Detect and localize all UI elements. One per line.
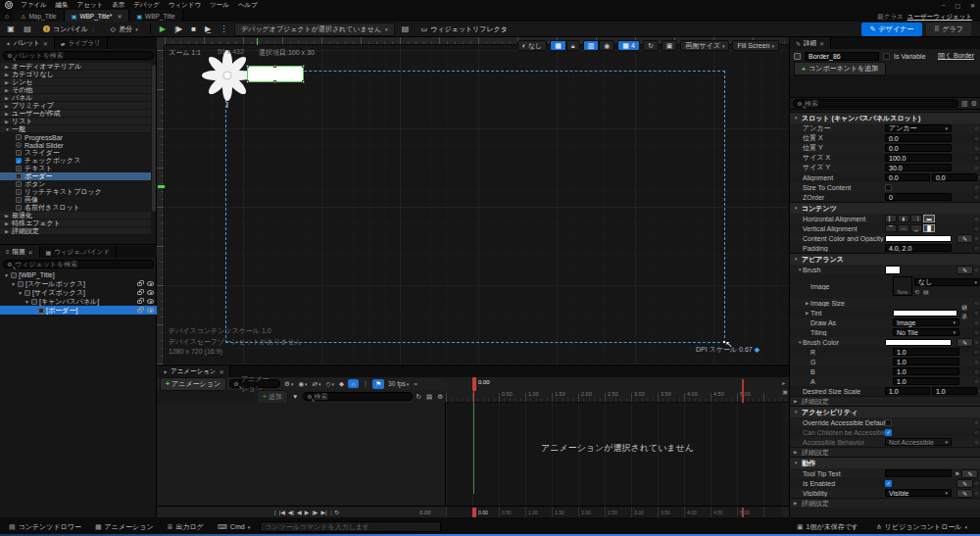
hierarchy-row-4[interactable]: [ボーダー]	[0, 306, 157, 315]
property-checkbox[interactable]	[885, 419, 892, 426]
hierarchy-search-input[interactable]: ウィジェットを検索	[3, 260, 154, 268]
reset-to-default-icon[interactable]	[975, 186, 978, 189]
details-section-header[interactable]: ▼アクセシビリティ	[790, 406, 980, 417]
number-field[interactable]: 30.0	[885, 164, 952, 171]
play-button[interactable]: ▶	[158, 24, 168, 33]
align-button-2[interactable]: ▁	[910, 224, 922, 232]
timeline-ruler[interactable]: 0.501.001.502.002.503.003.504.004.505.00	[446, 377, 789, 403]
content-browser-icon[interactable]: ▤	[22, 24, 33, 34]
eject-button[interactable]: ▶̲	[203, 24, 213, 33]
property-checkbox[interactable]: ✓	[885, 429, 892, 436]
reset-to-default-icon[interactable]	[975, 268, 978, 271]
step-forward-button[interactable]: |▶	[312, 509, 318, 515]
reset-to-default-icon[interactable]	[975, 312, 978, 315]
jump-to-end-button[interactable]: ▶|	[320, 509, 326, 515]
playhead-grip[interactable]	[472, 377, 476, 391]
number-field[interactable]: 1.0	[893, 358, 959, 365]
tooltip-text-field[interactable]	[885, 469, 952, 477]
is-variable-checkbox[interactable]	[883, 53, 890, 60]
lock-icon[interactable]: 🔒︎	[566, 40, 580, 51]
open-border-link[interactable]: 開く Border	[938, 51, 976, 61]
visibility-eye-icon[interactable]	[147, 299, 154, 304]
tab-close-icon[interactable]: ✕	[117, 13, 122, 20]
tab-hierarchy[interactable]: ≡ 階層 ✕	[0, 246, 40, 258]
image-thumbnail[interactable]: None	[893, 276, 912, 296]
details-settings-icon[interactable]: ⚙	[971, 100, 977, 108]
reset-to-default-icon[interactable]	[975, 247, 978, 250]
browse-icon[interactable]: ▤	[923, 288, 929, 295]
color-swatch[interactable]	[885, 339, 952, 346]
palette-search-input[interactable]: パレットを検索	[3, 51, 154, 60]
add-keyframe-icon[interactable]: ◇▾	[325, 380, 336, 388]
keyframe-diamond-icon[interactable]: ◆	[338, 380, 345, 388]
auto-key-icon[interactable]: ⇄▾	[312, 380, 322, 388]
property-dropdown[interactable]: No Tile▾	[893, 328, 959, 336]
menu-item-3[interactable]: 表示	[112, 1, 124, 10]
bind-button[interactable]: ✎	[956, 266, 973, 274]
chevron-down-icon[interactable]: ▼	[4, 272, 9, 278]
hierarchy-row-3[interactable]: ▼[キャンバスパネル]	[0, 297, 157, 306]
reset-to-default-icon[interactable]	[975, 218, 978, 220]
fps-dropdown[interactable]: 30 fps▾	[387, 380, 410, 387]
localization-preview-button[interactable]: ◐ なし	[517, 40, 548, 51]
palette-item-5[interactable]: ▫ボーダー	[0, 172, 151, 180]
details-advanced-row[interactable]: ▶詳細設定	[790, 396, 980, 406]
hierarchy-tab-close-icon[interactable]: ✕	[28, 249, 33, 256]
palette-scrollbar[interactable]	[152, 65, 156, 212]
widget-handle[interactable]	[246, 65, 249, 68]
reset-to-default-icon[interactable]	[975, 370, 978, 373]
snap-magnet-toggle[interactable]: ∩	[348, 379, 359, 388]
palette-item-0[interactable]: ▫ProgressBar	[0, 133, 151, 141]
menu-item-2[interactable]: アセット	[77, 1, 104, 10]
fill-rule-dropdown[interactable]: Fill Screen ▾	[732, 40, 779, 51]
reset-to-default-icon[interactable]	[975, 127, 978, 130]
palette-group-11[interactable]: ▶詳細設定	[0, 227, 151, 235]
animation-drawer-button[interactable]: ▦ アニメーション	[91, 521, 158, 533]
menu-item-7[interactable]: ヘルプ	[238, 1, 258, 10]
number-field[interactable]: 0.0	[885, 134, 952, 142]
dpi-settings-icon[interactable]: ◆	[755, 346, 760, 353]
tab-widget-bind[interactable]: ▦ ウィジェ..バインド	[40, 246, 118, 258]
designer-viewport[interactable]: ズーム 1:1 59 x 432 選択項目:100 x 30 デバイスコンテンツ…	[157, 37, 789, 365]
reset-to-default-icon[interactable]	[975, 227, 978, 230]
flow-direction-button[interactable]: ↻	[643, 40, 659, 51]
chevron-down-icon[interactable]: ▼	[18, 290, 23, 296]
set-start-button[interactable]: [	[274, 510, 276, 515]
color-swatch[interactable]	[885, 266, 901, 274]
details-search-input[interactable]: 検索	[793, 99, 958, 108]
debug-object-dropdown[interactable]: デバッグオブジェクトが選択されていません ▾	[234, 23, 394, 36]
align-button-3[interactable]: █	[923, 224, 935, 232]
asset-tab-1[interactable]: ▣WBP_Title*✕	[65, 10, 130, 22]
lock-widgets-on-toggle[interactable]: ▦	[550, 40, 566, 51]
align-button-1[interactable]: ─	[898, 224, 909, 232]
number-field[interactable]: 1.0	[893, 348, 959, 356]
number-field-x[interactable]: 1.0	[885, 387, 930, 395]
parent-class-link[interactable]: ユーザーウィジェット	[907, 13, 972, 22]
compile-options-caret[interactable]: ⋮	[91, 26, 96, 32]
tab-details[interactable]: ✎ 詳細 ✕	[790, 37, 831, 49]
widget-reflector-button[interactable]: ▭ ウィジェットリフレクタ	[416, 24, 513, 35]
lock-icon[interactable]	[137, 282, 142, 286]
tab-palette[interactable]: ✦ パレット ✕	[0, 37, 55, 49]
details-tab-close-icon[interactable]: ✕	[819, 40, 824, 47]
number-field-y[interactable]: 0.0	[932, 173, 977, 181]
play-forward-button[interactable]: ▶	[305, 509, 310, 515]
reset-to-default-icon[interactable]	[975, 421, 978, 424]
graph-mode-button[interactable]: ⠿ グラフ	[926, 23, 971, 36]
selected-border-widget[interactable]	[247, 66, 304, 82]
expand-icon[interactable]: ▸	[782, 379, 788, 386]
palette-item-1[interactable]: •Radial Slider	[0, 141, 151, 149]
asset-tab-0[interactable]: ⚠Map_Title	[14, 10, 65, 22]
frame-skip-button[interactable]: |▶	[172, 24, 184, 33]
view-options-icon[interactable]: ▤	[425, 393, 433, 401]
add-component-button[interactable]: + コンポーネントを追加	[794, 62, 886, 75]
reset-to-default-icon[interactable]	[975, 431, 978, 434]
widget-handle[interactable]	[302, 80, 305, 83]
reset-to-default-icon[interactable]	[975, 167, 978, 170]
number-field-y[interactable]: 1.0	[932, 387, 977, 395]
anchor-medallion-icon[interactable]	[201, 49, 254, 108]
widget-handle[interactable]	[246, 80, 249, 83]
property-checkbox[interactable]: ✓	[885, 480, 892, 487]
designer-canvas[interactable]: ズーム 1:1 59 x 432 選択項目:100 x 30 デバイスコンテンツ…	[165, 45, 789, 365]
loop-toggle-icon[interactable]: ↻	[334, 509, 339, 515]
